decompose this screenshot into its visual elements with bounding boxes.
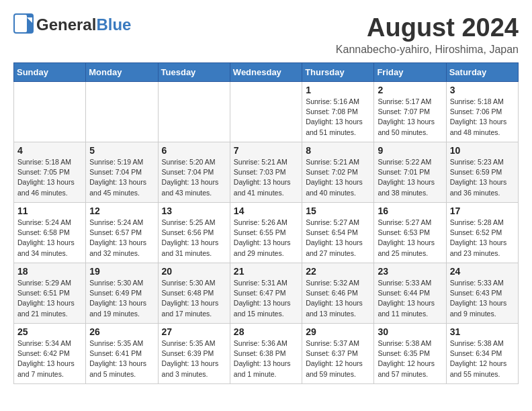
day-info: Sunrise: 5:37 AM Sunset: 6:37 PM Dayligh… [306,338,370,379]
day-number: 26 [89,326,154,337]
day-number: 2 [378,85,442,95]
calendar-cell [158,82,230,142]
day-info: Sunrise: 5:30 AM Sunset: 6:48 PM Dayligh… [162,278,226,319]
calendar-cell [230,82,302,142]
calendar-cell: 4Sunrise: 5:18 AM Sunset: 7:05 PM Daylig… [14,142,86,203]
day-number: 22 [306,266,370,277]
location-text: Kannabecho-yahiro, Hiroshima, Japan [336,44,519,56]
day-number: 31 [450,326,515,337]
day-number: 30 [378,326,442,337]
day-number: 16 [378,205,442,216]
day-number: 7 [234,145,298,156]
day-info: Sunrise: 5:26 AM Sunset: 6:55 PM Dayligh… [234,218,298,259]
day-info: Sunrise: 5:33 AM Sunset: 6:44 PM Dayligh… [378,278,442,319]
calendar-cell: 13Sunrise: 5:25 AM Sunset: 6:56 PM Dayli… [158,203,230,263]
weekday-header-sunday: Sunday [14,63,86,82]
day-info: Sunrise: 5:28 AM Sunset: 6:52 PM Dayligh… [450,218,515,259]
calendar-week-1: 1Sunrise: 5:16 AM Sunset: 7:08 PM Daylig… [14,82,519,142]
day-info: Sunrise: 5:21 AM Sunset: 7:03 PM Dayligh… [234,157,298,198]
day-info: Sunrise: 5:38 AM Sunset: 6:34 PM Dayligh… [450,338,515,379]
day-info: Sunrise: 5:24 AM Sunset: 6:57 PM Dayligh… [89,218,154,259]
calendar-cell: 24Sunrise: 5:33 AM Sunset: 6:43 PM Dayli… [446,263,518,324]
calendar-cell: 9Sunrise: 5:22 AM Sunset: 7:01 PM Daylig… [374,142,446,203]
day-info: Sunrise: 5:35 AM Sunset: 6:41 PM Dayligh… [89,338,154,379]
day-number: 12 [89,205,154,216]
day-info: Sunrise: 5:38 AM Sunset: 6:35 PM Dayligh… [378,338,442,379]
day-info: Sunrise: 5:35 AM Sunset: 6:39 PM Dayligh… [162,338,226,379]
calendar-cell: 28Sunrise: 5:36 AM Sunset: 6:38 PM Dayli… [230,324,302,384]
day-info: Sunrise: 5:18 AM Sunset: 7:06 PM Dayligh… [450,97,515,138]
day-number: 6 [162,145,226,156]
page-header: GeneralBlue August 2024 Kannabecho-yahir… [13,13,519,56]
day-info: Sunrise: 5:34 AM Sunset: 6:42 PM Dayligh… [17,338,82,379]
calendar-cell: 21Sunrise: 5:31 AM Sunset: 6:47 PM Dayli… [230,263,302,324]
calendar-table: SundayMondayTuesdayWednesdayThursdayFrid… [13,62,519,384]
day-info: Sunrise: 5:29 AM Sunset: 6:51 PM Dayligh… [17,278,82,319]
calendar-cell: 15Sunrise: 5:27 AM Sunset: 6:54 PM Dayli… [302,203,374,263]
calendar-cell: 12Sunrise: 5:24 AM Sunset: 6:57 PM Dayli… [86,203,158,263]
day-number: 23 [378,266,442,277]
day-info: Sunrise: 5:16 AM Sunset: 7:08 PM Dayligh… [306,97,370,138]
calendar-cell: 17Sunrise: 5:28 AM Sunset: 6:52 PM Dayli… [446,203,518,263]
day-info: Sunrise: 5:18 AM Sunset: 7:05 PM Dayligh… [17,157,82,198]
calendar-cell: 23Sunrise: 5:33 AM Sunset: 6:44 PM Dayli… [374,263,446,324]
day-info: Sunrise: 5:27 AM Sunset: 6:53 PM Dayligh… [378,218,442,259]
day-number: 17 [450,205,515,216]
calendar-cell: 26Sunrise: 5:35 AM Sunset: 6:41 PM Dayli… [86,324,158,384]
month-title: August 2024 [336,13,519,42]
day-info: Sunrise: 5:31 AM Sunset: 6:47 PM Dayligh… [234,278,298,319]
day-info: Sunrise: 5:24 AM Sunset: 6:58 PM Dayligh… [17,218,82,259]
logo-general-text: General [36,15,96,34]
day-info: Sunrise: 5:32 AM Sunset: 6:46 PM Dayligh… [306,278,370,319]
calendar-cell [86,82,158,142]
calendar-week-4: 18Sunrise: 5:29 AM Sunset: 6:51 PM Dayli… [14,263,519,324]
calendar-cell: 10Sunrise: 5:23 AM Sunset: 6:59 PM Dayli… [446,142,518,203]
calendar-week-5: 25Sunrise: 5:34 AM Sunset: 6:42 PM Dayli… [14,324,519,384]
weekday-header-friday: Friday [374,63,446,82]
day-number: 19 [89,266,154,277]
day-info: Sunrise: 5:20 AM Sunset: 7:04 PM Dayligh… [162,157,226,198]
calendar-cell: 11Sunrise: 5:24 AM Sunset: 6:58 PM Dayli… [14,203,86,263]
day-info: Sunrise: 5:33 AM Sunset: 6:43 PM Dayligh… [450,278,515,319]
calendar-cell: 18Sunrise: 5:29 AM Sunset: 6:51 PM Dayli… [14,263,86,324]
calendar-cell: 22Sunrise: 5:32 AM Sunset: 6:46 PM Dayli… [302,263,374,324]
calendar-cell: 30Sunrise: 5:38 AM Sunset: 6:35 PM Dayli… [374,324,446,384]
day-info: Sunrise: 5:23 AM Sunset: 6:59 PM Dayligh… [450,157,515,198]
calendar-cell: 14Sunrise: 5:26 AM Sunset: 6:55 PM Dayli… [230,203,302,263]
calendar-cell: 25Sunrise: 5:34 AM Sunset: 6:42 PM Dayli… [14,324,86,384]
weekday-header-wednesday: Wednesday [230,63,302,82]
calendar-week-2: 4Sunrise: 5:18 AM Sunset: 7:05 PM Daylig… [14,142,519,203]
calendar-cell: 6Sunrise: 5:20 AM Sunset: 7:04 PM Daylig… [158,142,230,203]
day-info: Sunrise: 5:21 AM Sunset: 7:02 PM Dayligh… [306,157,370,198]
calendar-week-3: 11Sunrise: 5:24 AM Sunset: 6:58 PM Dayli… [14,203,519,263]
calendar-cell: 2Sunrise: 5:17 AM Sunset: 7:07 PM Daylig… [374,82,446,142]
svg-rect-2 [15,15,27,32]
day-number: 25 [17,326,82,337]
calendar-cell: 29Sunrise: 5:37 AM Sunset: 6:37 PM Dayli… [302,324,374,384]
day-number: 13 [162,205,226,216]
calendar-cell: 20Sunrise: 5:30 AM Sunset: 6:48 PM Dayli… [158,263,230,324]
day-info: Sunrise: 5:19 AM Sunset: 7:04 PM Dayligh… [89,157,154,198]
calendar-cell: 27Sunrise: 5:35 AM Sunset: 6:39 PM Dayli… [158,324,230,384]
day-info: Sunrise: 5:17 AM Sunset: 7:07 PM Dayligh… [378,97,442,138]
calendar-cell: 19Sunrise: 5:30 AM Sunset: 6:49 PM Dayli… [86,263,158,324]
day-number: 10 [450,145,515,156]
day-number: 24 [450,266,515,277]
calendar-cell: 3Sunrise: 5:18 AM Sunset: 7:06 PM Daylig… [446,82,518,142]
day-number: 14 [234,205,298,216]
calendar-cell: 8Sunrise: 5:21 AM Sunset: 7:02 PM Daylig… [302,142,374,203]
weekday-header-thursday: Thursday [302,63,374,82]
calendar-cell: 1Sunrise: 5:16 AM Sunset: 7:08 PM Daylig… [302,82,374,142]
logo: GeneralBlue [13,13,131,36]
day-number: 5 [89,145,154,156]
day-number: 15 [306,205,370,216]
calendar-cell: 16Sunrise: 5:27 AM Sunset: 6:53 PM Dayli… [374,203,446,263]
day-number: 4 [17,145,82,156]
day-number: 1 [306,85,370,95]
day-number: 11 [17,205,82,216]
day-info: Sunrise: 5:30 AM Sunset: 6:49 PM Dayligh… [89,278,154,319]
day-number: 28 [234,326,298,337]
day-number: 20 [162,266,226,277]
day-number: 9 [378,145,442,156]
calendar-cell: 31Sunrise: 5:38 AM Sunset: 6:34 PM Dayli… [446,324,518,384]
